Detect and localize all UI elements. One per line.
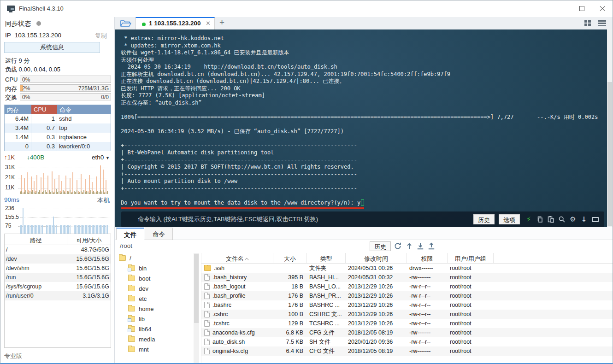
table-row[interactable]: .ssh文件夹2024/05/31 00:26drwx------root/ro…	[201, 264, 613, 273]
process-col-command[interactable]: 命令	[57, 105, 111, 114]
new-tab-button[interactable]: +	[219, 18, 224, 28]
copy-ip-link[interactable]: 复制	[95, 32, 107, 40]
terminal-line: | Auto mount partition disk to /www	[121, 178, 605, 185]
ping-bar	[78, 225, 79, 234]
tab-files[interactable]: 文件	[116, 228, 144, 240]
terminal-line: +---------------------------------------…	[121, 185, 605, 193]
file-icon	[204, 283, 210, 290]
scroll-to-bottom-icon[interactable]: ↓	[579, 215, 589, 224]
tree-item[interactable]: media	[115, 334, 194, 344]
col-mtime[interactable]: 修改时间	[346, 253, 407, 263]
file-name-cell: .tcshrc	[201, 320, 273, 327]
col-type[interactable]: 类型	[307, 253, 346, 263]
disk-row: /dev/shm15.6G/15.6G	[5, 264, 111, 273]
copy-icon[interactable]	[535, 215, 544, 224]
table-row[interactable]: anaconda-ks.cfg6.8 KBCFG 文件2018/12/05 08…	[201, 328, 613, 337]
layout-grid-icon[interactable]	[584, 20, 591, 27]
tab-commands[interactable]: 命令	[145, 228, 173, 240]
tree-item[interactable]: dev	[115, 283, 194, 294]
disk-size: 15.6G/15.6G	[60, 282, 111, 291]
col-filename[interactable]: 文件名	[201, 253, 273, 263]
terminal-line: 已发出 HTTP 请求，正在等待回应... 200 OK	[121, 85, 605, 93]
system-info-button[interactable]: 系统信息	[4, 42, 100, 53]
net-down-bar	[75, 192, 76, 194]
options-button[interactable]: 选项	[499, 214, 520, 224]
tree-scrollbar[interactable]	[194, 253, 199, 363]
swap-meter: 交换 0% 0/0	[0, 93, 115, 101]
refresh-icon[interactable]	[394, 242, 403, 251]
ping-host[interactable]: 本机	[97, 196, 110, 205]
folder-icon	[204, 265, 211, 271]
ping-bar	[53, 217, 54, 234]
tree-item[interactable]: bin	[115, 263, 194, 273]
history-button[interactable]: 历史	[473, 214, 495, 224]
memory-meter-percent: 2%	[22, 85, 30, 92]
command-input-placeholder[interactable]: 命令输入 (按ALT键提示历史,TAB键路径,ESC键返回,双击CTRL切换)	[138, 215, 473, 223]
tree-item[interactable]: lib	[115, 314, 194, 324]
connection-manager-button[interactable]	[120, 19, 132, 28]
table-row[interactable]: original-ks.cfg6.4 KBCFG 文件2018/12/05 08…	[201, 346, 613, 356]
file-name-cell: .bashrc	[201, 302, 273, 308]
terminal-line: * updates: mirror.xtom.com.hk	[121, 42, 605, 50]
table-row[interactable]: .bashrc176 BBASHRC ...2013/12/29 10:26-r…	[201, 300, 613, 310]
fullscreen-icon[interactable]	[590, 215, 600, 224]
table-row[interactable]: auto_disk.sh7.5 KBSH 文件2020/01/20 09:36-…	[201, 337, 613, 346]
interface-select[interactable]: eth0 ▼	[92, 154, 110, 161]
file-name: .bash_logout	[212, 283, 246, 290]
minimize-button[interactable]	[552, 0, 572, 17]
paste-icon[interactable]	[546, 215, 555, 224]
tree-item[interactable]: /	[115, 253, 194, 263]
terminal[interactable]: * extras: mirror-hk.koddos.net * updates…	[115, 29, 607, 227]
session-tab[interactable]: 1 103.155.123.200 ✕	[136, 17, 215, 29]
file-mtime: 2018/12/05 08:19	[346, 348, 407, 354]
tree-item[interactable]: home	[115, 304, 194, 314]
col-owner[interactable]: 用户/用户组	[448, 253, 494, 263]
path-history-button[interactable]: 历史	[370, 241, 391, 251]
upload-icon[interactable]	[427, 242, 436, 251]
download-icon[interactable]	[416, 242, 425, 251]
table-row[interactable]: .tcshrc129 BTCSHRC ...2013/12/29 10:26-r…	[201, 319, 613, 328]
session-tab-label: 1 103.155.123.200	[149, 20, 201, 27]
disk-col-size[interactable]: 可用/大小	[67, 234, 111, 245]
disk-path: /	[5, 245, 60, 254]
table-row[interactable]: .cshrc100 BCSHRC 文...2013/12/29 10:26-rw…	[201, 310, 613, 319]
file-name: .bashrc	[212, 302, 231, 308]
ping-bar	[41, 225, 41, 234]
menu-icon[interactable]	[598, 20, 606, 26]
disk-size: 15.6G/15.6G	[60, 254, 111, 264]
disk-table-body: /48.7G/50G/dev15.6G/15.6G/dev/shm15.6G/1…	[5, 245, 111, 300]
disk-col-path[interactable]: 路径	[5, 234, 67, 245]
col-permissions[interactable]: 权限	[407, 253, 448, 263]
tree-item[interactable]: lib64	[115, 324, 194, 334]
command-input-bar[interactable]: 命令输入 (按ALT键提示历史,TAB键路径,ESC键返回,双击CTRL切换) …	[121, 211, 604, 227]
settings-gear-icon[interactable]: ⚙	[568, 215, 578, 224]
path-input[interactable]: /root	[120, 242, 132, 249]
ping-bar	[32, 225, 33, 234]
tab-close-icon[interactable]: ✕	[206, 20, 211, 27]
cpu-meter-percent: 0%	[22, 76, 30, 83]
tree-item[interactable]: etc	[115, 294, 194, 304]
table-row[interactable]: .bash_history395 BBASH_HI...2024/05/31 0…	[201, 273, 613, 282]
file-name: .bash_history	[212, 274, 247, 281]
tree-item[interactable]: boot	[115, 273, 194, 283]
process-col-cpu[interactable]: CPU	[31, 105, 57, 114]
folder-icon	[119, 255, 126, 261]
tree-item-label: mnt	[139, 346, 149, 353]
col-size[interactable]: 大小	[273, 253, 307, 263]
file-icon	[204, 320, 210, 327]
maximize-button[interactable]	[572, 0, 592, 17]
net-down-bar	[67, 191, 68, 194]
table-row[interactable]: .bash_logout18 BBASH_LO...2013/12/29 10:…	[201, 282, 613, 291]
directory-tree: /binbootdevetchomeliblib64mediamnt	[115, 253, 194, 363]
process-col-memory[interactable]: 内存	[5, 105, 31, 114]
terminal-scrollbar-thumb[interactable]	[607, 82, 612, 226]
search-icon[interactable]	[557, 215, 566, 224]
tree-item[interactable]: mnt	[115, 344, 194, 354]
close-button[interactable]	[592, 0, 613, 17]
ping-bar	[92, 225, 93, 234]
terminal-line: 无须任何处理	[121, 57, 605, 64]
table-row[interactable]: .bash_profile176 BBASH_PR...2013/12/29 1…	[201, 291, 613, 300]
parent-directory-icon[interactable]	[405, 242, 414, 251]
terminal-scrollbar[interactable]	[607, 29, 613, 227]
tree-scrollbar-thumb[interactable]	[194, 254, 199, 323]
